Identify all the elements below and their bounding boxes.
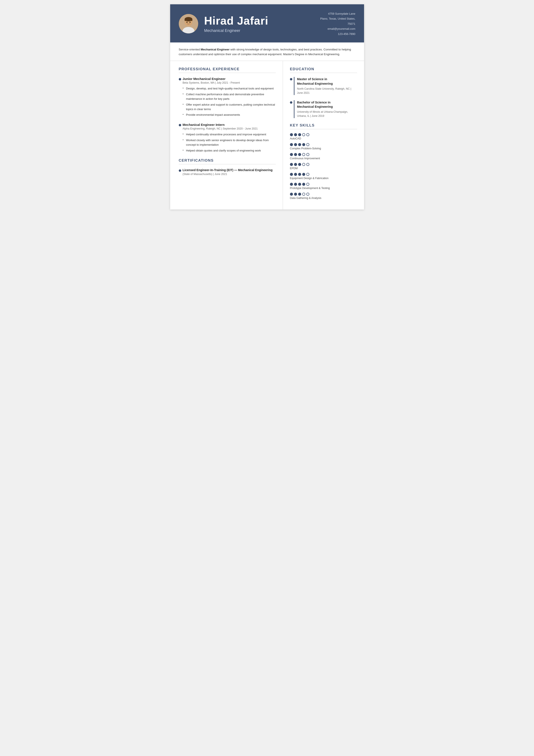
summary-bold: Mechanical Engineer [201, 48, 230, 51]
exp-bullet-1-3: Offer expert advice and support to custo… [183, 103, 276, 112]
header-section: Hirad Jafari Mechanical Engineer 4759 Su… [170, 4, 364, 42]
right-column: EDUCATION Master of Science in Mechanica… [283, 61, 364, 209]
skill-name-5: Prototype Development & Testing [290, 187, 357, 190]
exp-bullet-2-2: Worked closely with senior engineers to … [183, 138, 276, 147]
skill-dot-empty [306, 173, 309, 176]
skill-dot-filled [294, 163, 297, 166]
certifications-title: CERTIFICATIONS [179, 158, 276, 164]
phone: 123-456-7890 [320, 32, 355, 37]
skill-dot-empty [302, 163, 305, 166]
skill-name-3: EPDM [290, 167, 357, 170]
cert-item-1: Licensed Engineer-In-Training (EIT) — Me… [179, 168, 276, 176]
skill-dot-filled [302, 173, 305, 176]
skill-name-2: Continuous Improvement [290, 157, 357, 160]
skill-dot-empty [306, 193, 309, 196]
skill-dot-filled [294, 153, 297, 156]
resume-container: Hirad Jafari Mechanical Engineer 4759 Su… [170, 4, 364, 209]
skill-item-0: AutoCAD [290, 133, 357, 140]
contact-info: 4759 Sunnydale Lane Plano, Texas, United… [320, 11, 355, 37]
cert-title-1: Licensed Engineer-In-Training (EIT) — Me… [183, 168, 276, 172]
svg-point-6 [189, 22, 191, 23]
exp-company-1: Beta Systems, Boston, MA | July 2021 - P… [183, 81, 276, 84]
candidate-title: Mechanical Engineer [204, 28, 314, 33]
skill-dots-1 [290, 143, 357, 146]
exp-bullet-1-4: Provide environmental impact assessments [183, 113, 276, 117]
exp-bullet-2-3: Helped obtain quotes and clarify scopes … [183, 148, 276, 153]
header-name-block: Hirad Jafari Mechanical Engineer [204, 15, 314, 33]
exp-bullet-2-1: Helped continually streamline processes … [183, 132, 276, 137]
skill-dot-filled [290, 133, 293, 136]
address-line3: 75071 [320, 21, 355, 26]
skills-section: KEY SKILLS AutoCADComplex Problem-Solvin… [290, 123, 357, 200]
exp-job-title-2: Mechanical Engineer Intern [183, 123, 276, 126]
edu-school-2: University of Illinois at Urbana-Champai… [297, 110, 357, 118]
edu-degree-2: Bachelor of Science in Mechanical Engine… [297, 100, 357, 109]
skill-dot-filled [302, 143, 305, 146]
skill-dot-filled [290, 173, 293, 176]
skill-dot-filled [290, 163, 293, 166]
skill-dot-filled [298, 133, 301, 136]
exp-job-title-1: Junior Mechanical Engineer [183, 77, 276, 81]
skill-dot-empty [306, 143, 309, 146]
skill-dot-filled [298, 153, 301, 156]
exp-bullet-1-1: Design, develop, and test high-quality m… [183, 86, 276, 91]
skill-name-4: Equipment Design & Fabrication [290, 177, 357, 180]
skill-dot-filled [298, 183, 301, 186]
skill-item-5: Prototype Development & Testing [290, 183, 357, 190]
skills-list: AutoCADComplex Problem-SolvingContinuous… [290, 133, 357, 200]
exp-bullet-1-2: Collect machine performance data and dem… [183, 92, 276, 101]
address-line1: 4759 Sunnydale Lane [320, 11, 355, 16]
skill-dot-filled [294, 183, 297, 186]
experience-section: PROFESSIONAL EXPERIENCE Junior Mechanica… [179, 67, 276, 153]
left-column: PROFESSIONAL EXPERIENCE Junior Mechanica… [170, 61, 283, 209]
skill-dot-empty [302, 133, 305, 136]
edu-school-1: North Carolina State University, Raleigh… [297, 87, 357, 95]
exp-item-2: Mechanical Engineer Intern Alpha Enginee… [179, 123, 276, 153]
summary-text-pre: Service-oriented [179, 48, 201, 51]
svg-point-5 [186, 22, 188, 23]
skill-dots-6 [290, 193, 357, 196]
body-columns: PROFESSIONAL EXPERIENCE Junior Mechanica… [170, 61, 364, 209]
skill-dot-filled [302, 183, 305, 186]
skill-dot-filled [294, 133, 297, 136]
skill-dot-empty [306, 163, 309, 166]
experience-title: PROFESSIONAL EXPERIENCE [179, 67, 276, 73]
skill-dot-filled [298, 173, 301, 176]
skill-dots-4 [290, 173, 357, 176]
summary-section: Service-oriented Mechanical Engineer wit… [170, 42, 364, 61]
address-line2: Plano, Texas, United States, [320, 16, 355, 21]
skill-dot-empty [306, 183, 309, 186]
skill-dots-2 [290, 153, 357, 156]
cert-detail-1: (State of Massachusetts) | June 2021 [183, 173, 276, 176]
skill-dot-filled [298, 163, 301, 166]
email: email@youremail.com [320, 26, 355, 31]
skill-dot-filled [298, 193, 301, 196]
certifications-section: CERTIFICATIONS Licensed Engineer-In-Trai… [179, 158, 276, 176]
skill-dot-empty [302, 153, 305, 156]
edu-item-1: Master of Science in Mechanical Engineer… [290, 77, 357, 95]
skill-item-2: Continuous Improvement [290, 153, 357, 160]
candidate-name: Hirad Jafari [204, 15, 314, 27]
skill-dot-filled [290, 193, 293, 196]
edu-item-2: Bachelor of Science in Mechanical Engine… [290, 100, 357, 118]
skill-name-1: Complex Problem-Solving [290, 147, 357, 150]
avatar [179, 14, 198, 33]
skill-item-6: Data Gathering & Analysis [290, 193, 357, 200]
skill-dots-0 [290, 133, 357, 136]
skill-dot-empty [306, 153, 309, 156]
skill-name-0: AutoCAD [290, 137, 357, 140]
edu-item-border-2: Bachelor of Science in Mechanical Engine… [294, 100, 357, 118]
skill-dot-filled [290, 183, 293, 186]
exp-bullets-2: Helped continually streamline processes … [183, 132, 276, 153]
skill-name-6: Data Gathering & Analysis [290, 197, 357, 200]
skill-dot-filled [298, 143, 301, 146]
education-section: EDUCATION Master of Science in Mechanica… [290, 67, 357, 118]
skill-dot-filled [294, 143, 297, 146]
exp-company-2: Alpha Engineering, Raleigh, NC | Septemb… [183, 127, 276, 130]
skill-dot-filled [294, 173, 297, 176]
skill-dot-empty [302, 193, 305, 196]
skill-dots-3 [290, 163, 357, 166]
skill-dot-filled [294, 193, 297, 196]
skill-item-1: Complex Problem-Solving [290, 143, 357, 150]
skill-item-3: EPDM [290, 163, 357, 170]
